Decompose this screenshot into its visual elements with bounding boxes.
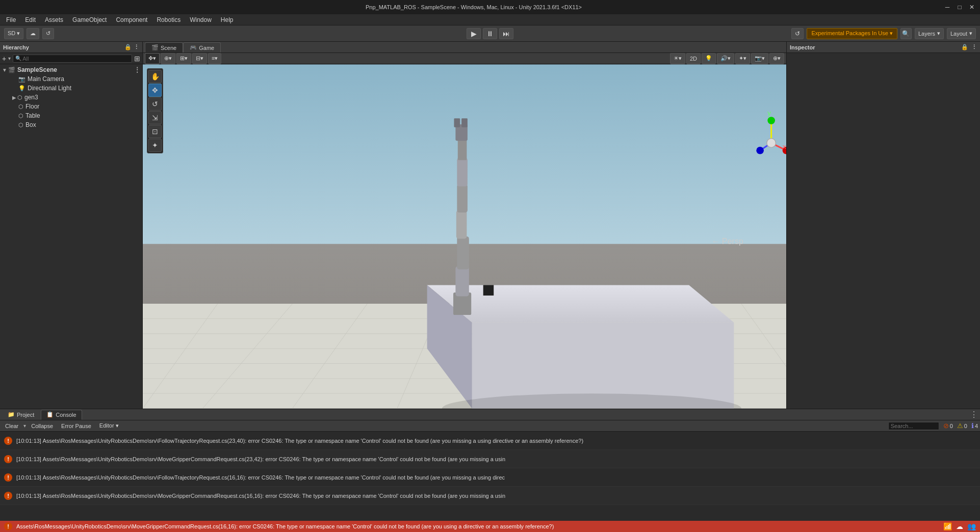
tab-scene[interactable]: 🎬 Scene: [145, 42, 183, 52]
warning-count: 0: [964, 423, 967, 429]
play-button[interactable]: ▶: [467, 28, 481, 39]
scene-tab-label: Scene: [161, 45, 176, 51]
menu-edit[interactable]: Edit: [21, 15, 40, 24]
scene-shading-btn[interactable]: ☀▾: [670, 53, 685, 64]
hierarchy-item-gen3[interactable]: ▶ ⬡ gen3: [0, 93, 142, 102]
svg-rect-24: [456, 210, 467, 239]
hierarchy-item-table[interactable]: ⬡ Table: [0, 111, 142, 120]
menu-file[interactable]: File: [2, 15, 20, 24]
svg-marker-17: [427, 285, 734, 322]
svg-rect-23: [457, 236, 469, 270]
floor-label: Floor: [25, 103, 39, 110]
samplescene-more[interactable]: ⋮: [134, 66, 140, 73]
scene-camera-btn[interactable]: 📷▾: [751, 53, 768, 64]
rotate-tool[interactable]: ↺: [148, 97, 162, 111]
tab-console[interactable]: 📋 Console: [41, 410, 82, 420]
svg-rect-25: [457, 184, 468, 212]
tab-game[interactable]: 🎮 Game: [183, 42, 221, 52]
hierarchy-more-icon[interactable]: ⋮: [134, 44, 139, 50]
menu-component[interactable]: Component: [112, 15, 151, 24]
error-badge-icon: ⊘: [943, 422, 949, 430]
hierarchy-dropdown-arrow[interactable]: ▾: [8, 56, 11, 61]
console-message-3[interactable]: ! [10:01:13] Assets\RosMessages\UnityRob…: [0, 468, 980, 487]
clear-dropdown-arrow[interactable]: ▾: [23, 423, 26, 429]
step-button[interactable]: ⏭: [499, 28, 513, 39]
hierarchy-item-floor[interactable]: ⬡ Floor: [0, 102, 142, 111]
undo-button-2[interactable]: ↺: [791, 28, 804, 39]
clear-button[interactable]: Clear: [2, 421, 21, 431]
menu-window[interactable]: Window: [186, 15, 216, 24]
center-area: 🎬 Scene 🎮 Game ✥▾ ⊕▾ ⊞▾ ⊟▾ ≡▾ ☀▾ 2D 💡 🔊▾…: [143, 42, 786, 409]
scene-gizmos-btn[interactable]: ⊕▾: [769, 53, 784, 64]
cloud-icon: ☁: [30, 30, 36, 37]
status-text: Assets\RosMessages\UnityRoboticsDemo\srv…: [16, 523, 554, 529]
hierarchy-item-samplescene[interactable]: ▼ 🎬 SampleScene ⋮: [0, 65, 142, 74]
hand-tool[interactable]: ✋: [148, 70, 162, 83]
console-message-1[interactable]: ! [10:01:13] Assets\RosMessages\UnityRob…: [0, 432, 980, 450]
editor-dropdown[interactable]: Editor ▾: [96, 421, 122, 431]
cloud-button[interactable]: ☁: [27, 28, 39, 39]
scene-lighting-btn[interactable]: 💡: [702, 53, 716, 64]
search-button[interactable]: 🔍: [900, 28, 912, 39]
hierarchy-item-box[interactable]: ⬡ Box: [0, 120, 142, 129]
menu-gameobject[interactable]: GameObject: [68, 15, 111, 24]
warning-count-badge: ⚠ 0: [957, 422, 967, 430]
pause-button[interactable]: ⏸: [483, 28, 497, 39]
scene-2d-btn[interactable]: 2D: [686, 53, 701, 64]
scene-audio-btn[interactable]: 🔊▾: [717, 53, 734, 64]
scale-tool[interactable]: ⇲: [148, 111, 162, 124]
scene-view[interactable]: ← Persp x y ✋ ✥ ↺ ⇲ ⊡: [143, 64, 786, 409]
layout-label: Layout: [950, 31, 967, 37]
hierarchy-item-directional-light[interactable]: 💡 Directional Light: [0, 84, 142, 93]
status-net-icon[interactable]: 📶: [943, 522, 952, 530]
layers-dropdown[interactable]: Layers ▾: [915, 28, 944, 39]
tab-project[interactable]: 📁 Project: [2, 410, 40, 420]
move-tool[interactable]: ✥: [148, 84, 162, 97]
transform-tool[interactable]: ✦: [148, 139, 162, 152]
close-button[interactable]: ✕: [968, 3, 976, 11]
scene-tool-align[interactable]: ≡▾: [208, 53, 221, 64]
hierarchy-lock-icon[interactable]: 🔒: [124, 44, 132, 50]
status-cloud-icon[interactable]: ☁: [956, 522, 963, 530]
scene-tool-snap[interactable]: ⊟▾: [192, 53, 207, 64]
inspector-controls: 🔒 ⋮: [961, 44, 977, 50]
svg-rect-26: [457, 158, 468, 187]
minimize-button[interactable]: ─: [943, 3, 951, 11]
status-bar-right: 📶 ☁ 👥: [943, 522, 976, 530]
svg-text:← Persp: ← Persp: [711, 236, 743, 246]
rect-tool[interactable]: ⊡: [148, 125, 162, 138]
main-camera-label: Main Camera: [28, 75, 64, 83]
restore-button[interactable]: □: [956, 3, 964, 11]
menu-robotics[interactable]: Robotics: [152, 15, 185, 24]
main-camera-icon: 📷: [18, 76, 25, 83]
console-more-btn[interactable]: ⋮: [970, 410, 978, 419]
svg-rect-29: [454, 118, 460, 127]
experimental-packages-button[interactable]: Experimental Packages In Use ▾: [807, 28, 897, 39]
hierarchy-search[interactable]: 🔍 All: [13, 55, 132, 63]
menu-help[interactable]: Help: [217, 15, 238, 24]
hierarchy-item-main-camera[interactable]: 📷 Main Camera: [0, 74, 142, 84]
inspector-more-icon[interactable]: ⋮: [971, 44, 977, 50]
console-message-2[interactable]: ! [10:01:13] Assets\RosMessages\UnityRob…: [0, 450, 980, 468]
layout-dropdown[interactable]: Layout ▾: [947, 28, 976, 39]
undo-button[interactable]: ↺: [42, 28, 54, 39]
scene-tool-move[interactable]: ✥▾: [145, 53, 160, 64]
hierarchy-add-btn[interactable]: +: [2, 55, 6, 63]
svg-point-36: [767, 117, 775, 124]
scene-tool-grid[interactable]: ⊞▾: [176, 53, 191, 64]
svg-rect-22: [455, 267, 469, 297]
sd-dropdown[interactable]: SD ▾: [4, 28, 23, 39]
collapse-button[interactable]: Collapse: [28, 421, 56, 431]
gen3-icon: ⬡: [17, 94, 22, 101]
layers-label: Layers: [918, 31, 935, 37]
scene-effects-btn[interactable]: ✦▾: [735, 53, 750, 64]
menu-assets[interactable]: Assets: [41, 15, 67, 24]
error-pause-button[interactable]: Error Pause: [58, 421, 94, 431]
inspector-lock-icon[interactable]: 🔒: [961, 44, 968, 50]
status-collab-icon[interactable]: 👥: [967, 522, 976, 530]
scene-tool-pivot[interactable]: ⊕▾: [161, 53, 175, 64]
console-search-input[interactable]: [888, 422, 939, 430]
console-message-4[interactable]: ! [10:01:13] Assets\RosMessages\UnityRob…: [0, 487, 980, 505]
game-tab-icon: 🎮: [190, 44, 197, 51]
hierarchy-filter-btn[interactable]: ⊞: [134, 55, 140, 63]
